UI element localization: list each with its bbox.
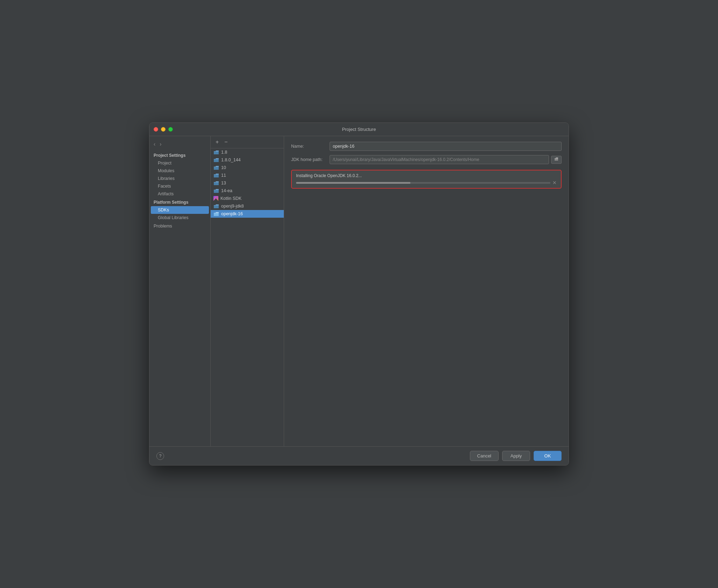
ok-button[interactable]: OK <box>534 451 562 461</box>
folder-icon <box>213 173 219 178</box>
sdk-item-10[interactable]: 10 <box>211 164 284 172</box>
sdk-item-label: Kotlin SDK <box>220 196 241 201</box>
progress-bar-container: ✕ <box>296 180 557 185</box>
platform-settings-header: Platform Settings <box>149 198 210 206</box>
folder-icon <box>213 181 219 186</box>
main-content: ‹ › Project Settings Project Modules Lib… <box>149 136 569 446</box>
sdk-list-toolbar: + − <box>211 136 284 148</box>
sdk-item-14-ea[interactable]: 14-ea <box>211 187 284 195</box>
install-popup-text: Installing Oracle OpenJDK 16.0.2... <box>296 173 557 178</box>
sdk-item-13[interactable]: 13 <box>211 179 284 187</box>
sidebar: ‹ › Project Settings Project Modules Lib… <box>149 136 211 446</box>
sdk-item-label: openjdk-16 <box>221 211 243 216</box>
sdk-item-openjdk-16[interactable]: openjdk-16 <box>211 210 284 218</box>
nav-back-forward: ‹ › <box>149 139 210 151</box>
window-title: Project Structure <box>342 127 376 132</box>
progress-bar-fill <box>296 182 410 184</box>
forward-button[interactable]: › <box>158 140 163 148</box>
browse-button[interactable] <box>551 156 562 164</box>
sdk-item-label: 1.8.0_144 <box>221 158 241 162</box>
help-button[interactable]: ? <box>156 452 164 460</box>
sdk-item-label: 1.8 <box>221 150 227 155</box>
sidebar-item-sdks[interactable]: SDKs <box>151 206 209 214</box>
sidebar-item-artifacts[interactable]: Artifacts <box>149 190 210 198</box>
bottom-actions: Cancel Apply OK <box>470 451 562 461</box>
folder-icon <box>213 150 219 155</box>
folder-browse-icon <box>554 157 558 161</box>
remove-sdk-button[interactable]: − <box>222 138 230 146</box>
install-progress-popup: Installing Oracle OpenJDK 16.0.2... ✕ <box>291 170 562 189</box>
sdk-item-kotlin[interactable]: Kotlin SDK <box>211 195 284 202</box>
progress-cancel-button[interactable]: ✕ <box>552 180 557 185</box>
sdk-item-label: 10 <box>221 165 226 170</box>
minimize-button[interactable] <box>161 127 166 132</box>
sdk-item-1.8.0_144[interactable]: 1.8.0_144 <box>211 156 284 164</box>
project-structure-window: Project Structure ‹ › Project Settings P… <box>149 122 569 465</box>
close-button[interactable] <box>154 127 158 132</box>
sdk-item-label: openj9-jdk8 <box>221 204 244 209</box>
sdk-item-label: 13 <box>221 181 226 186</box>
apply-button[interactable]: Apply <box>502 451 530 461</box>
sdk-item-label: 11 <box>221 173 226 178</box>
title-bar: Project Structure <box>149 123 569 136</box>
folder-icon-selected <box>213 212 219 216</box>
progress-bar-track <box>296 182 550 184</box>
sdk-list-panel: + − 1.8 1.8.0_1 <box>211 136 284 446</box>
sidebar-item-modules[interactable]: Modules <box>149 167 210 175</box>
bottom-bar: ? Cancel Apply OK <box>149 446 569 465</box>
folder-icon <box>213 158 219 162</box>
sdk-item-11[interactable]: 11 <box>211 172 284 179</box>
sidebar-item-libraries[interactable]: Libraries <box>149 175 210 182</box>
sdk-list: 1.8 1.8.0_144 10 <box>211 148 284 446</box>
sidebar-item-problems[interactable]: Problems <box>149 222 210 230</box>
maximize-button[interactable] <box>168 127 173 132</box>
jdk-home-input[interactable] <box>330 155 549 164</box>
name-label: Name: <box>291 144 330 149</box>
cancel-button[interactable]: Cancel <box>470 451 499 461</box>
traffic-lights <box>154 127 173 132</box>
sdk-item-label: 14-ea <box>221 188 232 193</box>
sidebar-item-project[interactable]: Project <box>149 159 210 167</box>
jdk-home-label: JDK home path: <box>291 157 330 162</box>
kotlin-icon <box>213 196 218 201</box>
sidebar-item-global-libraries[interactable]: Global Libraries <box>149 214 210 222</box>
folder-icon <box>213 166 219 170</box>
name-input[interactable] <box>330 142 562 151</box>
back-button[interactable]: ‹ <box>152 140 157 148</box>
name-row: Name: <box>291 142 562 151</box>
sdk-item-1.8[interactable]: 1.8 <box>211 148 284 156</box>
jdk-home-row: JDK home path: <box>291 155 562 164</box>
folder-icon <box>213 204 219 209</box>
detail-panel: Name: JDK home path: Installing Oracle O… <box>284 136 569 446</box>
sidebar-item-facets[interactable]: Facets <box>149 182 210 190</box>
folder-icon <box>213 189 219 193</box>
add-sdk-button[interactable]: + <box>213 138 221 146</box>
sdk-item-openj9-jdk8[interactable]: openj9-jdk8 <box>211 202 284 210</box>
project-settings-header: Project Settings <box>149 151 210 159</box>
